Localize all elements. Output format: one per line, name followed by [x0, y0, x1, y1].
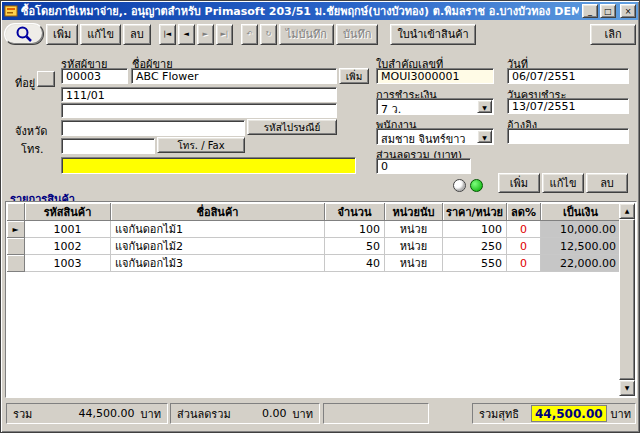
minimize-button[interactable]: _	[582, 4, 598, 18]
total-unit: บาท	[141, 405, 161, 423]
table-row[interactable]: 1002 แจกันดอกไม้2 50 หน่วย 250 0 12,500.…	[7, 238, 621, 255]
total-label: รวม	[13, 405, 32, 423]
header-amount: เป็นเงิน	[541, 203, 621, 221]
cell-unit: หน่วย	[385, 238, 443, 255]
grid-content: รหัสสินค้า ชื่อสินค้า จำนวน หน่วยนับ ราค…	[7, 203, 621, 396]
row-selector	[7, 255, 25, 272]
cell-price: 550	[443, 255, 507, 272]
vendor-add-button[interactable]: เพิ่ม	[339, 68, 369, 84]
address-line2-field[interactable]	[61, 103, 337, 118]
no-save-button[interactable]: ไม่บันทึก	[279, 24, 334, 45]
net-total-panel: รวมสุทธิ 44,500.00 บาท	[472, 403, 636, 424]
empty-panel	[323, 403, 429, 424]
cell-amount: 22,000.00	[541, 255, 621, 272]
payment-dropdown[interactable]: 7 ว. ▼	[376, 98, 494, 115]
cell-qty: 40	[325, 255, 385, 272]
phone-label: โทร.	[21, 140, 44, 158]
table-row[interactable]: 1003 แจกันดอกไม้3 40 หน่วย 550 0 22,000.…	[7, 255, 621, 272]
cell-amount: 10,000.00	[541, 221, 621, 238]
doc-no-field[interactable]: MOUI3000001	[376, 68, 494, 84]
header-unit: หน่วยนับ	[385, 203, 443, 221]
add-button[interactable]: เพิ่ม	[46, 24, 78, 45]
selector-header-cell	[7, 203, 25, 221]
net-label: รวมสุทธิ	[479, 405, 519, 423]
header-form: รหัสผู้ขาย ชื่อผู้ขาย 00003 ABC Flower เ…	[1, 47, 639, 199]
header-code: รหัสสินค้า	[25, 203, 111, 221]
cell-discount: 0	[507, 255, 541, 272]
window-title: ซื้อโดยภาษีเหมาจ่าย,. อนุญาตสำหรับ Prima…	[21, 2, 579, 20]
cell-qty: 50	[325, 238, 385, 255]
postal-code-button[interactable]: รหัสไปรษณีย์	[247, 119, 337, 135]
discount-label: ส่วนลดรวม	[177, 405, 231, 423]
edit-button[interactable]: แก้ไข	[80, 24, 121, 45]
cell-unit: หน่วย	[385, 221, 443, 238]
discount-value: 0.00	[237, 407, 287, 420]
edit-item-button[interactable]: แก้ไข	[542, 173, 584, 193]
cell-code: 1002	[25, 238, 111, 255]
vendor-name-field[interactable]: ABC Flower	[131, 68, 337, 84]
net-unit: บาท	[611, 405, 631, 423]
goods-receipt-button[interactable]: ใบนำเข้าสินค้า	[390, 24, 475, 45]
delete-button[interactable]: ลบ	[123, 24, 151, 45]
search-icon	[15, 25, 33, 43]
vertical-scrollbar[interactable]: ▲ ▼	[619, 203, 635, 396]
cell-code: 1001	[25, 221, 111, 238]
add-item-button[interactable]: เพิ่ม	[498, 173, 540, 193]
cell-qty: 100	[325, 221, 385, 238]
cell-price: 100	[443, 221, 507, 238]
header-qty: จำนวน	[325, 203, 385, 221]
reference-field[interactable]	[507, 128, 629, 144]
search-button[interactable]	[4, 23, 44, 45]
nav-first-button[interactable]: |◄	[159, 24, 176, 45]
address-marker-box	[37, 71, 55, 87]
employee-dropdown[interactable]: สมชาย จินทร์ขาว ▼	[376, 128, 494, 145]
app-window: ซื้อโดยภาษีเหมาจ่าย,. อนุญาตสำหรับ Prima…	[0, 0, 640, 433]
total-discount-field[interactable]: 0	[376, 158, 471, 174]
close-button[interactable]: ×	[620, 4, 636, 18]
row-selector-arrow: ►	[7, 221, 25, 238]
titlebar[interactable]: ซื้อโดยภาษีเหมาจ่าย,. อนุญาตสำหรับ Prima…	[2, 2, 638, 20]
delete-item-button[interactable]: ลบ	[586, 173, 628, 193]
note-field[interactable]	[61, 157, 356, 174]
grid-header-row: รหัสสินค้า ชื่อสินค้า จำนวน หน่วยนับ ราค…	[7, 203, 621, 221]
phone-fax-button[interactable]: โทร. / Fax	[157, 137, 245, 153]
nav-prev-button[interactable]: ◄	[178, 24, 195, 45]
maximize-button[interactable]: □	[600, 4, 616, 18]
cell-unit: หน่วย	[385, 255, 443, 272]
header-discount: ลด%	[507, 203, 541, 221]
due-date-field[interactable]: 13/07/2551	[507, 98, 629, 114]
cell-amount: 12,500.00	[541, 238, 621, 255]
nav-last-button[interactable]: ►|	[216, 24, 233, 45]
total-panel: รวม 44,500.00 บาท	[6, 403, 168, 424]
scroll-up-icon[interactable]: ▲	[619, 203, 635, 219]
app-icon	[4, 4, 18, 18]
row-selector	[7, 238, 25, 255]
address-line1-field[interactable]: 111/01	[61, 87, 337, 102]
exit-button[interactable]: เลิก	[590, 24, 636, 45]
save-button[interactable]: บันทึก	[336, 24, 378, 45]
toolbar: เพิ่ม แก้ไข ลบ |◄ ◄ ► ►| ↶ ↻ ไม่บันทึก บ…	[4, 22, 636, 46]
status-indicator-off	[453, 179, 466, 192]
chevron-down-icon[interactable]: ▼	[477, 130, 492, 143]
cell-name: แจกันดอกไม้3	[111, 255, 325, 272]
refresh-button[interactable]: ↻	[260, 24, 277, 45]
date-field[interactable]: 06/07/2551	[507, 68, 629, 84]
province-label: จังหวัด	[15, 122, 47, 140]
payment-value: 7 ว.	[381, 103, 401, 115]
vendor-code-field[interactable]: 00003	[61, 68, 128, 84]
cell-name: แจกันดอกไม้1	[111, 221, 325, 238]
window-controls: _ □ ×	[582, 4, 636, 18]
total-value: 44,500.00	[38, 407, 134, 420]
undo-button[interactable]: ↶	[241, 24, 258, 45]
net-value: 44,500.00	[531, 405, 607, 422]
nav-next-button[interactable]: ►	[197, 24, 214, 45]
table-row[interactable]: ► 1001 แจกันดอกไม้1 100 หน่วย 100 0 10,0…	[7, 221, 621, 238]
chevron-down-icon[interactable]: ▼	[477, 100, 492, 113]
province-field[interactable]	[61, 120, 245, 136]
scrollbar-thumb[interactable]	[619, 219, 635, 380]
scroll-down-icon[interactable]: ▼	[619, 380, 635, 396]
items-grid: รหัสสินค้า ชื่อสินค้า จำนวน หน่วยนับ ราค…	[5, 201, 637, 398]
cell-name: แจกันดอกไม้2	[111, 238, 325, 255]
phone-field[interactable]	[61, 138, 155, 154]
status-indicator-on	[470, 179, 483, 192]
